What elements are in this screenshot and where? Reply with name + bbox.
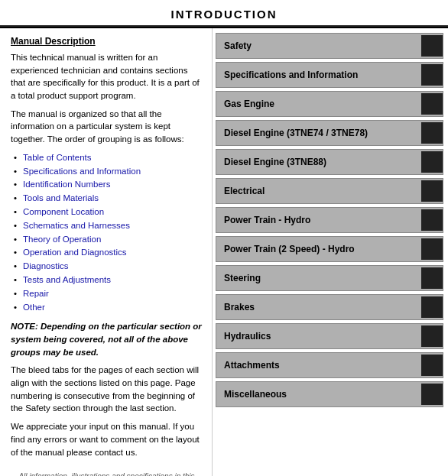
tab-bar-10 [421, 325, 443, 347]
content-area: Manual Description This technical manual… [0, 27, 448, 476]
tab-bar-9 [421, 296, 443, 318]
list-item: Component Location [14, 206, 203, 219]
tab-bar-12 [421, 384, 443, 405]
section-tab-11[interactable]: Attachments [216, 352, 443, 378]
intro-para-2: The manual is organized so that all the … [11, 108, 203, 146]
list-item: Other [14, 301, 203, 315]
tab-label-6: Power Train - Hydro [224, 215, 435, 225]
tab-bar-2 [421, 93, 443, 115]
tab-label-10: Hydraulics [224, 331, 435, 342]
footer-note: All information, illustrations and speci… [11, 471, 203, 476]
tab-bar-6 [421, 209, 443, 231]
tab-bar-3 [421, 122, 443, 144]
tab-label-7: Power Train (2 Speed) - Hydro [224, 244, 435, 254]
list-item: Operation and Diagnostics [14, 246, 203, 260]
left-column: Manual Description This technical manual… [0, 28, 213, 476]
list-item: Tests and Adjustments [14, 274, 203, 287]
page-header: INTRODUCTION [0, 0, 448, 27]
section-tab-0[interactable]: Safety [216, 33, 443, 59]
toc-list: Table of ContentsSpecifications and Info… [11, 151, 203, 315]
right-column: SafetySpecifications and InformationGas … [213, 28, 448, 476]
list-item: Specifications and Information [14, 165, 203, 179]
tab-label-12: Miscellaneous [224, 389, 435, 400]
section-tab-9[interactable]: Brakes [216, 294, 443, 320]
tab-bar-8 [421, 267, 443, 289]
tab-bar-1 [421, 64, 443, 86]
tab-bar-0 [421, 35, 443, 57]
section-tab-12[interactable]: Miscellaneous [216, 381, 443, 407]
note-text: NOTE: Depending on the particular sectio… [11, 320, 203, 358]
list-item: Identification Numbers [14, 178, 203, 192]
list-item: Table of Contents [14, 151, 203, 165]
section-tab-8[interactable]: Steering [216, 265, 443, 291]
section-tab-1[interactable]: Specifications and Information [216, 62, 443, 88]
tab-bar-7 [421, 238, 443, 260]
tab-label-2: Gas Engine [224, 99, 435, 109]
tab-label-5: Electrical [224, 186, 435, 196]
list-item: Repair [14, 287, 203, 301]
list-item: Tools and Materials [14, 192, 203, 206]
list-item: Schematics and Harnesses [14, 219, 203, 233]
tab-label-1: Specifications and Information [224, 70, 435, 80]
section-tab-6[interactable]: Power Train - Hydro [216, 207, 443, 233]
tab-label-9: Brakes [224, 302, 435, 312]
section-tab-2[interactable]: Gas Engine [216, 91, 443, 117]
tab-label-3: Diesel Engine (3TNE74 / 3TNE78) [224, 128, 435, 138]
list-item: Diagnostics [14, 260, 203, 274]
tab-bar-4 [421, 151, 443, 173]
tab-label-0: Safety [224, 40, 435, 51]
section-tab-7[interactable]: Power Train (2 Speed) - Hydro [216, 236, 443, 262]
page-title: INTRODUCTION [0, 8, 448, 21]
section-tab-3[interactable]: Diesel Engine (3TNE74 / 3TNE78) [216, 120, 443, 146]
section-tab-4[interactable]: Diesel Engine (3TNE88) [216, 149, 443, 175]
section-tab-10[interactable]: Hydraulics [216, 323, 443, 349]
page: INTRODUCTION Manual Description This tec… [0, 0, 448, 476]
tab-bar-11 [421, 355, 443, 376]
contact-para: We appreciate your input on this manual.… [11, 420, 203, 458]
intro-para-1: This technical manual is written for an … [11, 51, 203, 102]
section-tab-5[interactable]: Electrical [216, 178, 443, 204]
manual-description-title: Manual Description [11, 36, 203, 47]
list-item: Theory of Operation [14, 233, 203, 247]
tab-bar-5 [421, 180, 443, 202]
tab-label-8: Steering [224, 273, 435, 283]
tab-label-11: Attachments [224, 360, 435, 371]
bleed-tabs-para: The bleed tabs for the pages of each sec… [11, 364, 203, 415]
tab-label-4: Diesel Engine (3TNE88) [224, 157, 435, 167]
